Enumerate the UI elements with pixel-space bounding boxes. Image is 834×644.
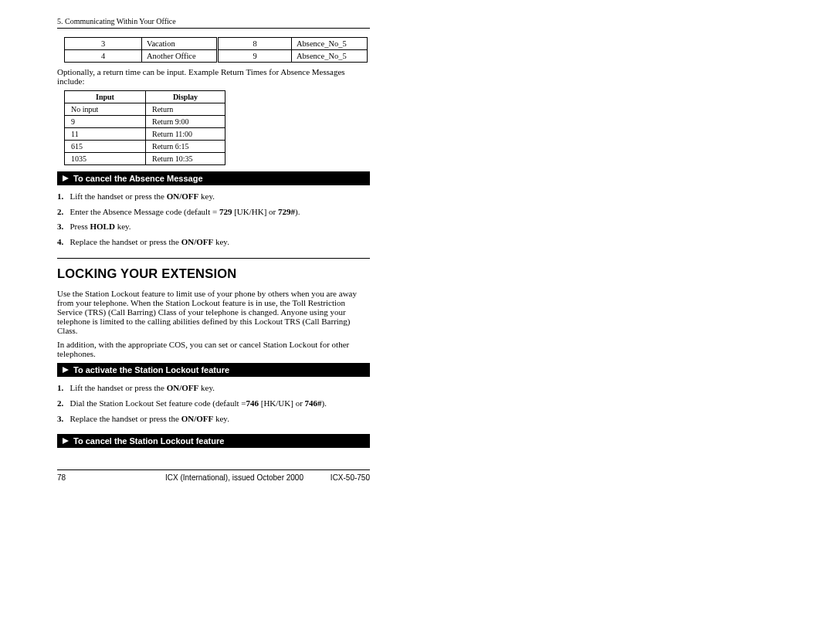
table-head-row: Input Display [65,91,225,103]
cell: 3 [65,38,142,50]
triangle-icon [63,365,69,375]
cell: Return 10:35 [146,153,225,165]
page-header: 5. Communicating Within Your Office [57,17,370,29]
list-item: 2. Enter the Absence Message code (defau… [57,207,370,217]
absence-codes-table: 3 Vacation 8 Absence_No_5 4 Another Offi… [64,37,368,63]
document-page: 5. Communicating Within Your Office 3 Va… [57,17,370,482]
cell: 1035 [65,153,146,165]
list-item: 1. Lift the handset or press the ON/OFF … [57,192,370,202]
cell: 615 [65,141,146,153]
heading-bar-cancel-absence: To cancel the Absence Message [57,171,370,185]
heading-bar-cancel-lockout: To cancel the Station Lockout feature [57,434,370,448]
heading-bar-activate-lockout: To activate the Station Lockout feature [57,363,370,377]
list-item: 1. Lift the handset or press the ON/OFF … [57,383,370,393]
table-row: No inputReturn [65,103,225,116]
paragraph: In addition, with the appropriate COS, y… [57,340,370,358]
paragraph: Use the Station Lockout feature to limit… [57,289,370,335]
bar-label: To activate the Station Lockout feature [73,365,229,375]
cell: No input [65,103,146,116]
paragraph: Optionally, a return time can be input. … [57,67,370,86]
section-heading-locking: LOCKING YOUR EXTENSION [57,258,370,281]
cell: Absence_No_5 [292,38,368,50]
table-row: 9Return 9:00 [65,116,225,128]
cell: Another Office [142,50,218,63]
cell: 9 [218,50,292,63]
table-row: 4 Another Office 9 Absence_No_5 [65,50,368,63]
page-footer: 78 ICX (International), issued October 2… [57,469,370,482]
cell: Return 9:00 [146,116,225,128]
cell: Return [146,103,225,116]
cell: 8 [218,38,292,50]
cell: 4 [65,50,142,63]
list-item: 3. Press HOLD key. [57,222,370,232]
list-item: 3. Replace the handset or press the ON/O… [57,414,370,424]
bar-label: To cancel the Station Lockout feature [73,436,224,446]
table-row: 11Return 11:00 [65,128,225,141]
list-item: 4. Replace the handset or press the ON/O… [57,237,370,247]
cell: Return 11:00 [146,128,225,141]
triangle-icon [63,436,69,446]
footer-issue: ICX (International), issued October 2000 [165,473,331,482]
table-row: 3 Vacation 8 Absence_No_5 [65,38,368,50]
cell: 11 [65,128,146,141]
steps-activate-lockout: 1. Lift the handset or press the ON/OFF … [57,383,370,423]
list-item: 2. Dial the Station Lockout Set feature … [57,398,370,408]
cell: Return 6:15 [146,141,225,153]
page-number: 78 [57,473,165,482]
cell: 9 [65,116,146,128]
triangle-icon [63,174,69,183]
header-cell: Display [146,91,225,103]
cell: Absence_No_5 [292,50,368,63]
steps-cancel-absence: 1. Lift the handset or press the ON/OFF … [57,192,370,247]
table-row: 1035Return 10:35 [65,153,225,165]
cell: Vacation [142,38,218,50]
footer-doc-id: ICX-50-750 [331,473,370,482]
return-times-table: Input Display No inputReturn 9Return 9:0… [64,90,225,165]
bar-label: To cancel the Absence Message [73,174,203,183]
table-row: 615Return 6:15 [65,141,225,153]
header-cell: Input [65,91,146,103]
